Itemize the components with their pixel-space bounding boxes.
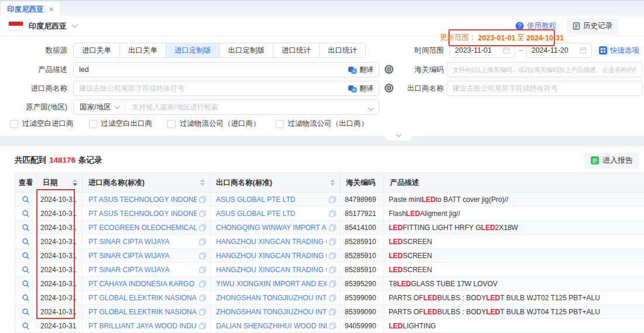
view-record-cell[interactable] xyxy=(15,319,37,332)
sort-icon[interactable] xyxy=(197,179,205,186)
sort-icon[interactable] xyxy=(69,179,77,186)
exporter-link[interactable]: ZHONGSHAN TONGJIUZHOU INTERNA... xyxy=(216,308,327,316)
search-icon[interactable] xyxy=(22,280,30,288)
search-icon[interactable] xyxy=(22,308,30,316)
copy-icon[interactable] xyxy=(199,308,206,315)
search-icon[interactable] xyxy=(22,224,30,232)
importer-link[interactable]: PT SINAR CIPTA WIJAYA xyxy=(88,266,197,274)
datasource-tab-2[interactable]: 出口关单 xyxy=(119,43,166,58)
origin-dropdown-caret[interactable] xyxy=(369,102,379,112)
exact-match-icon[interactable] xyxy=(384,83,394,93)
checkbox-icon[interactable] xyxy=(89,120,97,128)
exporter-link[interactable]: HANGZHOU XINGCAN TRADING CO LTD xyxy=(216,266,327,274)
exporter-link[interactable]: ZHONGSHAN TONGJIUZHOU INTERNA... xyxy=(216,294,327,302)
search-icon[interactable] xyxy=(22,266,30,274)
copy-icon[interactable] xyxy=(329,224,336,231)
copy-icon[interactable] xyxy=(199,210,206,217)
translate-button[interactable]: A 翻译 xyxy=(344,84,374,94)
exporter-link[interactable]: HANGZHOU XINGCAN TRADING CO LTD xyxy=(216,252,327,260)
search-icon[interactable] xyxy=(22,294,30,302)
column-header-2[interactable]: 日期 xyxy=(37,173,83,192)
exporter-link[interactable]: ASUS GLOBAL PTE LTD xyxy=(216,210,327,218)
copy-icon[interactable] xyxy=(199,196,206,203)
hscode-input[interactable]: 支持4位以上海关编码，或2位海关编码加上产品描述、企业名称的任意信息 xyxy=(447,62,642,77)
copy-icon[interactable] xyxy=(199,224,206,231)
column-header-4[interactable]: 出口商名称(标准) xyxy=(210,173,340,192)
copy-icon[interactable] xyxy=(329,238,336,245)
translate-button[interactable]: A 翻译 xyxy=(344,65,374,75)
search-icon[interactable] xyxy=(22,210,30,218)
origin-country-control[interactable]: 国家/地区 支持输入国家/地区进行检索 xyxy=(73,99,379,115)
importer-link[interactable]: PT CAHAYA INDONESIA KARGO xyxy=(88,280,197,288)
exporter-link[interactable]: YIWU XIONGXIN IMPORT AND EXPORT... xyxy=(216,280,327,288)
close-icon[interactable]: × xyxy=(49,5,54,13)
exporter-link[interactable]: CHONGQING WINWAY IMPORT AND E... xyxy=(216,224,327,232)
copy-icon[interactable] xyxy=(199,280,206,287)
importer-link[interactable]: PT ASUS TECHNOLOGY INDONESIA BA... xyxy=(88,195,197,204)
datasource-tab-1[interactable]: 进口关单 xyxy=(73,43,120,58)
exporter-cell: ZHONGSHAN TONGJIUZHOU INTERNA... xyxy=(210,291,340,304)
view-record-cell[interactable] xyxy=(15,221,37,234)
chevron-down-icon[interactable] xyxy=(72,22,78,28)
view-record-cell[interactable] xyxy=(15,207,37,220)
exact-match-icon[interactable] xyxy=(384,64,394,74)
copy-icon[interactable] xyxy=(199,322,206,329)
datasource-tab-4[interactable]: 出口定制版 xyxy=(220,43,274,58)
search-icon[interactable] xyxy=(22,322,30,330)
view-record-cell[interactable] xyxy=(15,193,37,206)
copy-icon[interactable] xyxy=(199,238,206,245)
checkbox-icon[interactable] xyxy=(167,120,176,128)
importer-link[interactable]: PT SINAR CIPTA WIJAYA xyxy=(88,238,197,246)
enter-report-button[interactable]: 进入报告 xyxy=(584,153,639,169)
exporter-cell: ZHONGSHAN TONGJIUZHOU INTERNA... xyxy=(210,305,340,318)
filter-checkbox-2[interactable]: 过滤空白出口商 xyxy=(89,119,153,129)
importer-link[interactable]: PT SINAR CIPTA WIJAYA xyxy=(88,252,197,260)
filter-checkbox-1[interactable]: 过滤空白进口商 xyxy=(10,119,74,129)
checkbox-icon[interactable] xyxy=(10,120,18,128)
copy-icon[interactable] xyxy=(329,280,336,287)
filter-checkbox-4[interactable]: 过滤物流公司（出口商） xyxy=(276,119,369,129)
checkbox-icon[interactable] xyxy=(276,120,284,128)
importer-link[interactable]: PT GLOBAL ELEKTRIK NASIONAL xyxy=(88,308,197,316)
exporter-link[interactable]: DALIAN SHENGZHIHUI WOOD INDUST... xyxy=(216,322,327,330)
exporter-link[interactable]: ASUS GLOBAL PTE LTD xyxy=(216,195,327,204)
view-record-cell[interactable] xyxy=(15,305,37,318)
sort-icon[interactable] xyxy=(327,179,335,186)
column-header-3[interactable]: 进口商名称(标准) xyxy=(83,173,210,192)
copy-icon[interactable] xyxy=(329,266,336,273)
importer-link[interactable]: PT ECOGREEN OLEOCHEMICALS xyxy=(88,224,197,232)
view-record-cell[interactable] xyxy=(15,291,37,304)
importer-link[interactable]: PT GLOBAL ELEKTRIK NASIONAL xyxy=(88,294,197,302)
exporter-link[interactable]: HANGZHOU XINGCAN TRADING CO LTD xyxy=(216,238,327,246)
importer-name-input[interactable]: 建议去除公司尾部字符或特殊符号 A 翻译 xyxy=(73,81,379,96)
view-record-cell[interactable] xyxy=(15,263,37,276)
datasource-tab-3[interactable]: 进口定制版 xyxy=(166,43,220,58)
view-record-cell[interactable] xyxy=(15,277,37,290)
search-icon[interactable] xyxy=(22,195,30,204)
copy-icon[interactable] xyxy=(329,308,336,315)
copy-icon[interactable] xyxy=(199,266,206,273)
copy-icon[interactable] xyxy=(329,210,336,217)
view-record-cell[interactable] xyxy=(15,235,37,248)
origin-type-select[interactable]: 国家/地区 xyxy=(74,100,126,114)
copy-icon[interactable] xyxy=(329,252,336,259)
filter-checkbox-3[interactable]: 过滤物流公司（进口商） xyxy=(167,119,261,129)
quick-options-button[interactable]: 快捷选项 xyxy=(599,46,639,56)
exporter-name-input[interactable]: 建议去除公司尾部字符或特殊符号 xyxy=(447,81,642,96)
tab-indonesia[interactable]: 印度尼西亚 × xyxy=(1,2,60,17)
copy-icon[interactable] xyxy=(329,322,336,329)
collapse-form-button[interactable] xyxy=(382,132,416,140)
copy-icon[interactable] xyxy=(199,294,206,301)
copy-icon[interactable] xyxy=(329,196,336,203)
datasource-tab-5[interactable]: 进口统计 xyxy=(273,43,320,58)
view-record-cell[interactable] xyxy=(15,249,37,262)
search-icon[interactable] xyxy=(22,238,30,246)
copy-icon[interactable] xyxy=(199,252,206,259)
datasource-tab-6[interactable]: 出口统计 xyxy=(319,43,366,58)
copy-icon[interactable] xyxy=(329,294,336,301)
product-desc-input[interactable]: led A 翻译 xyxy=(73,62,379,77)
search-icon[interactable] xyxy=(22,252,30,260)
history-button[interactable]: 历史记录 xyxy=(567,18,618,34)
importer-link[interactable]: PT ASUS TECHNOLOGY INDONESIA BA... xyxy=(88,210,197,218)
importer-link[interactable]: PT BRILLIANT JAYA WOOD INDUSTRY xyxy=(88,322,197,330)
